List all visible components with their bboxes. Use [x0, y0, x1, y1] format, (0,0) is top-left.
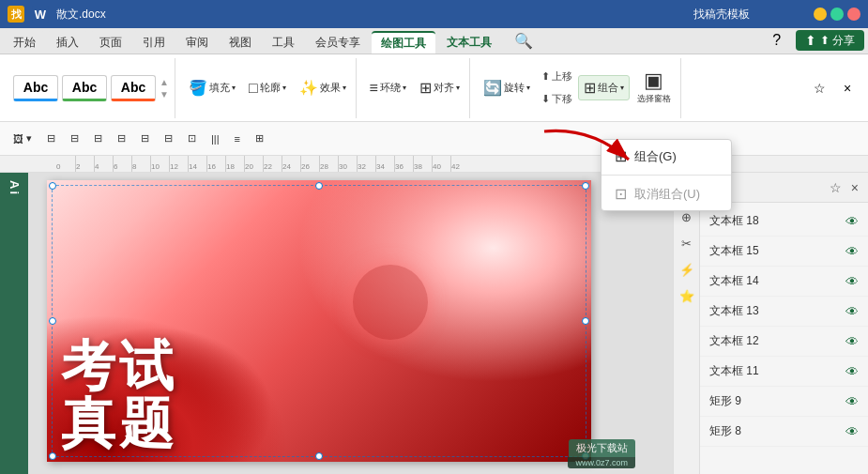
position-section: 🔄 旋转 ▾ ⬆上移 ⬇下移 ⊞ 组合 ▾ ▣ 选择窗格: [474, 58, 681, 118]
app-icon: 找: [8, 6, 24, 23]
tool-icon1[interactable]: ✂: [677, 233, 697, 253]
toolbar2-btn8[interactable]: ⊡: [182, 126, 202, 152]
style-more-btn[interactable]: ▲▼: [160, 77, 169, 99]
effect-button[interactable]: ✨ 效果 ▾: [294, 75, 352, 100]
ruler-mark: 38: [413, 156, 432, 173]
rotate-button[interactable]: 🔄 旋转 ▾: [478, 75, 536, 100]
toolbar2-btn5[interactable]: ⊟: [112, 126, 131, 152]
toolbar2-btn11[interactable]: ⊞: [250, 126, 269, 152]
ruler-mark: 26: [300, 156, 319, 173]
visibility-icon-4[interactable]: 👁: [845, 304, 859, 319]
visibility-icon-7[interactable]: 👁: [845, 394, 859, 409]
visibility-icon-5[interactable]: 👁: [845, 334, 859, 349]
shape-format-section: 🪣 填充 ▾ □ 轮廓 ▾ ✨ 效果 ▾: [179, 58, 357, 118]
ruler-mark: 24: [282, 156, 300, 173]
right-side-icons: ↖ ⊕ ✂ ⚡ ⭐: [673, 173, 699, 474]
canvas-area[interactable]: 考试 真题 极光下载站 www.0z7.com: [28, 173, 673, 474]
layer-item-4[interactable]: 文本框 13 👁: [700, 297, 868, 327]
ribbon-toolbar2: 🖼▾ ⊟ ⊟ ⊟ ⊟ ⊟ ⊟ ⊡ ||| ≡ ⊞: [0, 122, 868, 156]
close-button[interactable]: [847, 8, 860, 21]
tab-start[interactable]: 开始: [4, 31, 45, 54]
visibility-icon-3[interactable]: 👁: [845, 274, 859, 289]
wrap-button[interactable]: ≡ 环绕 ▾: [364, 76, 412, 100]
ai-panel[interactable]: Ai: [0, 173, 28, 474]
tool-icon3[interactable]: ⭐: [677, 285, 697, 306]
tool-icon2[interactable]: ⚡: [677, 259, 697, 280]
tab-insert[interactable]: 插入: [47, 31, 88, 54]
layer-name-3: 文本框 14: [709, 273, 759, 289]
document-canvas[interactable]: 考试 真题: [47, 180, 591, 462]
tab-text-tool[interactable]: 文本工具: [437, 31, 501, 54]
dropdown-divider: [602, 175, 731, 176]
toolbar-icon-1[interactable]: ☆: [806, 75, 832, 101]
toolbar2-btn10[interactable]: ≡: [229, 126, 246, 152]
ruler-mark: 30: [338, 156, 357, 173]
panel-settings-icon[interactable]: ☆: [828, 178, 844, 197]
tab-drawing[interactable]: 绘图工具: [372, 31, 435, 54]
tab-tools[interactable]: 工具: [263, 31, 304, 54]
visibility-icon-8[interactable]: 👁: [845, 424, 859, 439]
visibility-icon-2[interactable]: 👁: [845, 244, 859, 259]
layer-name-4: 文本框 13: [709, 303, 759, 319]
main-area: Ai 考试 真题: [0, 173, 868, 474]
select-pane-button[interactable]: ▣ 选择窗格: [632, 67, 677, 109]
toolbar2-btn3[interactable]: ⊟: [65, 126, 84, 152]
move-up-button[interactable]: ⬆上移: [538, 67, 576, 87]
toolbar2-btn7[interactable]: ⊟: [159, 126, 178, 152]
outline-button[interactable]: □ 轮廓 ▾: [243, 76, 292, 100]
toolbar-icon-2[interactable]: ×: [834, 75, 860, 101]
layer-item-5[interactable]: 文本框 12 👁: [700, 327, 868, 357]
help-icon[interactable]: ?: [764, 27, 790, 54]
group-button[interactable]: ⊞ 组合 ▾: [578, 75, 630, 100]
layer-name-1: 文本框 18: [709, 213, 759, 229]
ruler-mark: 40: [432, 156, 450, 173]
minimize-button[interactable]: [814, 8, 827, 21]
text-style-2[interactable]: Abc: [62, 75, 107, 101]
doc-icon: W: [32, 6, 49, 23]
layer-item-7[interactable]: 矩形 9 👁: [700, 387, 868, 417]
ruler-mark: 8: [131, 156, 150, 173]
layer-item-8[interactable]: 矩形 8 👁: [700, 417, 868, 447]
canvas-text: 考试 真题: [61, 338, 177, 452]
layer-item-2[interactable]: 文本框 15 👁: [700, 237, 868, 267]
layer-item-3[interactable]: 文本框 14 👁: [700, 267, 868, 297]
tab-review[interactable]: 审阅: [176, 31, 218, 54]
panel-close-icon[interactable]: ×: [849, 178, 860, 197]
ruler-mark: 42: [450, 156, 469, 173]
title-bar: 找 W 散文.docx 找稿壳模板: [0, 0, 868, 28]
toolbar2-img-btn[interactable]: 🖼▾: [8, 126, 38, 152]
share-button[interactable]: ⬆ ⬆ 分享: [796, 30, 864, 51]
watermark-line2: www.0z7.com: [568, 457, 635, 468]
layer-name-2: 文本框 15: [709, 243, 759, 259]
visibility-icon-1[interactable]: 👁: [845, 214, 859, 229]
ungroup-item[interactable]: ⊡ 取消组合(U): [602, 177, 731, 210]
ruler-mark: 20: [244, 156, 263, 173]
search-icon[interactable]: 🔍: [510, 27, 537, 54]
layers-panel: ☆ × 文本框 18 👁 文本框 15 👁 文本框 14 👁 文本框 13 👁 …: [699, 173, 868, 474]
toolbar2-btn2[interactable]: ⊟: [41, 126, 61, 152]
ruler-mark: 14: [188, 156, 206, 173]
layer-name-6: 文本框 11: [709, 363, 759, 379]
layers-list: 文本框 18 👁 文本框 15 👁 文本框 14 👁 文本框 13 👁 文本框 …: [700, 203, 868, 474]
toolbar2-btn9[interactable]: |||: [206, 126, 225, 152]
text-style-3[interactable]: Abc: [111, 75, 156, 101]
text-style-1[interactable]: Abc: [13, 75, 58, 101]
fill-button[interactable]: 🪣 填充 ▾: [183, 75, 241, 100]
maximize-button[interactable]: [830, 8, 844, 21]
group-item[interactable]: ⊞ 组合(G): [602, 140, 731, 173]
align-button[interactable]: ⊞ 对齐 ▾: [414, 75, 465, 100]
watermark: 极光下载站 www.0z7.com: [568, 439, 635, 468]
ruler-mark: 28: [319, 156, 338, 173]
tab-view[interactable]: 视图: [220, 31, 261, 54]
ribbon-toolbar: Abc Abc Abc ▲▼ 🪣 填充 ▾ □ 轮廓 ▾ ✨ 效果 ▾ ≡ 环: [0, 54, 868, 122]
visibility-icon-6[interactable]: 👁: [845, 364, 859, 379]
watermark-line1: 极光下载站: [569, 439, 635, 457]
toolbar2-btn6[interactable]: ⊟: [135, 126, 155, 152]
tab-ref[interactable]: 引用: [133, 31, 175, 54]
tab-member[interactable]: 会员专享: [306, 31, 370, 54]
layer-item-6[interactable]: 文本框 11 👁: [700, 357, 868, 387]
toolbar2-btn4[interactable]: ⊟: [88, 126, 108, 152]
tab-page[interactable]: 页面: [90, 31, 131, 54]
ai-label: Ai: [8, 180, 22, 196]
move-down-button[interactable]: ⬇下移: [538, 89, 576, 110]
